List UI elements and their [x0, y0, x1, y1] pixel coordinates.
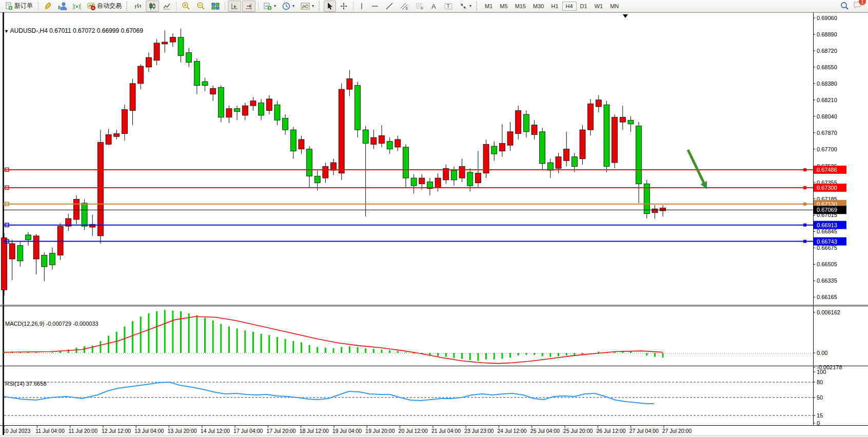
- svg-text:0.67700: 0.67700: [817, 146, 837, 152]
- svg-text:0.67870: 0.67870: [817, 130, 837, 136]
- tile-windows-button[interactable]: [209, 1, 222, 12]
- main-toolbar: 新订单 自动交易: [0, 0, 868, 12]
- svg-text:T: T: [447, 4, 450, 9]
- arrows-button[interactable]: ▾: [457, 1, 474, 12]
- market-watch-button[interactable]: [55, 1, 69, 12]
- svg-text:13 Jul 20:00: 13 Jul 20:00: [168, 428, 197, 434]
- new-order-button[interactable]: 新订单: [2, 1, 35, 12]
- search-icon[interactable]: [840, 2, 849, 10]
- trendline-button[interactable]: [383, 1, 396, 12]
- svg-text:0.67069: 0.67069: [817, 207, 837, 213]
- text-label-icon: T: [444, 2, 453, 10]
- svg-text:0.66743: 0.66743: [817, 239, 837, 245]
- chart-shift-icon: [245, 2, 253, 10]
- svg-text:11 Jul 04:00: 11 Jul 04:00: [35, 428, 65, 434]
- indicators-button[interactable]: ▾: [261, 1, 279, 12]
- svg-text:13 Jul 04:00: 13 Jul 04:00: [134, 428, 164, 434]
- timeframe-M30[interactable]: M30: [529, 2, 547, 11]
- templates-button[interactable]: ▾: [298, 1, 317, 12]
- svg-text:14 Jul 12:00: 14 Jul 12:00: [201, 428, 230, 434]
- mt4-terminal: 新订单 自动交易: [0, 0, 868, 437]
- horizontal-line-icon: [371, 2, 379, 10]
- timeframe-M15[interactable]: M15: [511, 2, 529, 11]
- text-button[interactable]: A: [428, 1, 440, 12]
- svg-text:100: 100: [817, 369, 826, 375]
- fibonacci-button[interactable]: F: [412, 1, 427, 12]
- timeframe-group: M1M5M15M30H1H4D1W1MN: [481, 2, 622, 11]
- zoom-in-icon: [182, 2, 190, 10]
- svg-text:50: 50: [817, 394, 823, 401]
- line-chart-icon: [163, 2, 171, 10]
- svg-text:0.66505: 0.66505: [817, 261, 837, 267]
- svg-text:19 Jul 04:00: 19 Jul 04:00: [332, 428, 362, 434]
- svg-text:F: F: [421, 7, 423, 10]
- auto-scroll-icon: [230, 2, 239, 10]
- timeframe-H4[interactable]: H4: [562, 2, 577, 11]
- timeframe-D1[interactable]: D1: [577, 2, 591, 11]
- notifications-button[interactable]: 1: [853, 1, 862, 11]
- autotrading-label: 自动交易: [97, 2, 122, 10]
- zoom-out-button[interactable]: [194, 1, 208, 12]
- new-order-icon: [5, 2, 13, 10]
- symbol-dropdown-arrow[interactable]: ▼: [4, 29, 9, 34]
- svg-text:23 Jul 23:00: 23 Jul 23:00: [464, 428, 494, 434]
- svg-text:26 Jul 12:00: 26 Jul 12:00: [596, 428, 625, 434]
- cursor-button[interactable]: [324, 1, 336, 12]
- svg-text:0.68380: 0.68380: [817, 81, 837, 87]
- svg-text:0.66165: 0.66165: [817, 294, 837, 300]
- chart-title: AUDUSD-,H4 0.67011 0.67072 0.66999 0.670…: [10, 27, 143, 34]
- person-chart-icon: [58, 2, 67, 10]
- periods-button[interactable]: ▾: [280, 1, 297, 12]
- svg-text:A: A: [431, 3, 436, 10]
- candlestick-chart-button[interactable]: [146, 1, 159, 12]
- svg-text:0.66845: 0.66845: [817, 228, 837, 234]
- svg-text:27 Jul 04:00: 27 Jul 04:00: [629, 428, 659, 434]
- auto-scroll-button[interactable]: [228, 1, 241, 12]
- svg-text:0.66675: 0.66675: [817, 245, 837, 251]
- rsi-indicator-label: RSI(14) 37.6658: [5, 381, 47, 387]
- timeframe-W1[interactable]: W1: [591, 2, 607, 11]
- line-chart-button[interactable]: [160, 1, 173, 12]
- svg-text:27 Jul 20:00: 27 Jul 20:00: [662, 428, 692, 434]
- svg-text:0.68550: 0.68550: [817, 64, 837, 70]
- svg-text:25 Jul 20:00: 25 Jul 20:00: [563, 428, 593, 434]
- text-label-button[interactable]: T: [441, 1, 456, 12]
- add-indicator-icon: [264, 2, 272, 10]
- notification-badge: 1: [859, 0, 866, 5]
- svg-text:0.68040: 0.68040: [817, 113, 837, 120]
- window-bottom-strip: [0, 435, 868, 437]
- fibonacci-icon: F: [415, 2, 424, 10]
- chart-canvas[interactable]: 0.690600.688900.687200.685500.683800.682…: [0, 12, 868, 437]
- horizontal-line-button[interactable]: [368, 1, 382, 12]
- timeframe-M5[interactable]: M5: [496, 2, 511, 11]
- vertical-line-button[interactable]: [356, 1, 367, 12]
- svg-text:18 Jul 12:00: 18 Jul 12:00: [300, 428, 329, 434]
- channel-button[interactable]: E: [397, 1, 411, 12]
- bar-chart-button[interactable]: [131, 1, 145, 12]
- chart-title-overlay: ▼ AUDUSD-,H4 0.67011 0.67072 0.66999 0.6…: [4, 27, 143, 34]
- autotrading-button[interactable]: 自动交易: [85, 1, 124, 12]
- metaeditor-button[interactable]: [41, 1, 54, 12]
- text-icon: A: [430, 2, 438, 10]
- cursor-icon: [326, 2, 333, 10]
- svg-text:17 Jul 04:00: 17 Jul 04:00: [233, 428, 263, 434]
- chart-shift-button[interactable]: [242, 1, 255, 12]
- svg-text:25 Jul 04:00: 25 Jul 04:00: [530, 428, 560, 434]
- tile-windows-icon: [211, 2, 220, 10]
- crosshair-button[interactable]: [337, 1, 350, 12]
- timeframe-M1[interactable]: M1: [481, 2, 496, 11]
- timeframe-H1[interactable]: H1: [547, 2, 562, 11]
- svg-text:0.006162: 0.006162: [817, 309, 840, 315]
- signals-button[interactable]: [70, 1, 84, 12]
- svg-text:0.68890: 0.68890: [817, 31, 837, 37]
- timeframe-MN[interactable]: MN: [606, 2, 622, 11]
- svg-text:80: 80: [817, 379, 823, 385]
- trendline-icon: [385, 2, 393, 10]
- zoom-in-button[interactable]: [179, 1, 193, 12]
- periods-dropdown-arrow: ▾: [292, 4, 294, 8]
- svg-text:0.66335: 0.66335: [817, 277, 837, 284]
- svg-text:0.68720: 0.68720: [817, 48, 837, 54]
- chart-window[interactable]: 0.690600.688900.687200.685500.683800.682…: [0, 12, 868, 437]
- zoom-out-icon: [196, 2, 205, 10]
- autotrading-icon: [87, 2, 95, 10]
